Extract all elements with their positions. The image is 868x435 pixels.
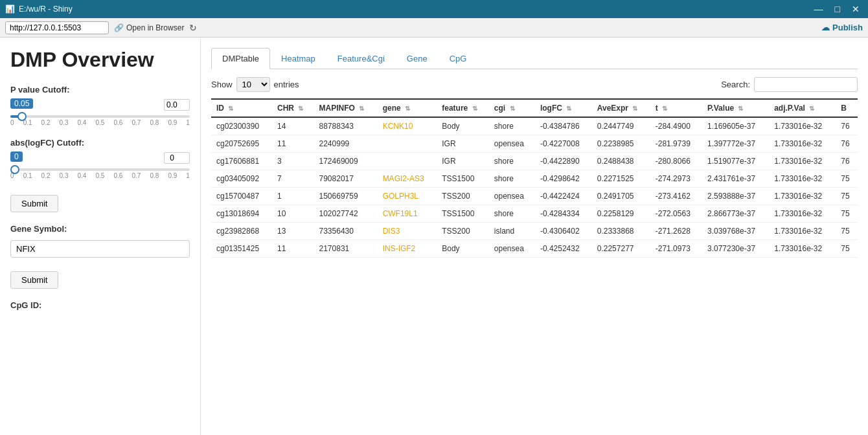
cell-gene: CWF19L1 — [378, 205, 437, 223]
col-adjpval[interactable]: adj.P.Val ⇅ — [769, 99, 836, 117]
table-row: cg157004871150669759GOLPH3LTSS200opensea… — [211, 188, 858, 205]
cell-adjpval: 1.733016e-32 — [769, 153, 836, 170]
gene-symbol-label: Gene Symbol: — [10, 224, 190, 234]
p-value-section: P value Cutoff: 0.05 0 0.1 0.2 0.3 0.4 0… — [10, 85, 190, 126]
search-input[interactable] — [754, 77, 858, 92]
cell-gene: KCNK10 — [378, 117, 437, 135]
cell-id: cg15700487 — [211, 188, 272, 205]
table-search-controls: Search: — [721, 77, 858, 92]
col-gene[interactable]: gene ⇅ — [378, 99, 437, 117]
tab-gene[interactable]: Gene — [396, 48, 439, 69]
search-label: Search: — [721, 80, 750, 89]
col-aveexpr[interactable]: AveExpr ⇅ — [592, 99, 650, 117]
refresh-button[interactable]: ↻ — [189, 23, 197, 33]
close-button[interactable]: ✕ — [849, 3, 863, 16]
minimize-button[interactable]: — — [811, 3, 827, 16]
abs-logfc-spinbox[interactable] — [164, 152, 190, 164]
cell-feature: TSS200 — [437, 223, 489, 240]
cell-aveexpr: 0.2447749 — [592, 117, 650, 135]
cell-b: 75 — [836, 240, 858, 258]
cell-aveexpr: 0.2333868 — [592, 223, 650, 240]
cell-feature: Body — [437, 240, 489, 258]
table-row: cg239828681373356430DIS3TSS200island-0.4… — [211, 223, 858, 240]
abs-logfc-thumb[interactable] — [10, 165, 19, 174]
cell-pvalue: 2.866773e-37 — [702, 205, 769, 223]
cell-mapinfo: 88788343 — [314, 117, 378, 135]
title-bar-left: 📊 E:/wu/R - Shiny — [5, 5, 73, 14]
cell-b: 76 — [836, 117, 858, 135]
cell-b: 75 — [836, 188, 858, 205]
cell-mapinfo: 2170831 — [314, 240, 378, 258]
col-id[interactable]: ID ⇅ — [211, 99, 272, 117]
show-label: Show — [211, 80, 233, 89]
cell-mapinfo: 150669759 — [314, 188, 378, 205]
cell-mapinfo: 73356430 — [314, 223, 378, 240]
cell-pvalue: 3.039768e-37 — [702, 223, 769, 240]
cell-aveexpr: 0.2491705 — [592, 188, 650, 205]
cell-adjpval: 1.733016e-32 — [769, 188, 836, 205]
table-row: cg1301869410102027742CWF19L1TSS1500shore… — [211, 205, 858, 223]
tab-cpg[interactable]: CpG — [439, 48, 478, 69]
table-controls: Show 10 25 50 100 entries Search: — [211, 77, 858, 92]
cell-chr: 11 — [272, 240, 314, 258]
cell-feature: IGR — [437, 153, 489, 170]
gene-symbol-input[interactable] — [10, 240, 190, 258]
cell-pvalue: 3.077230e-37 — [702, 240, 769, 258]
tab-dmptable[interactable]: DMPtable — [211, 48, 270, 69]
cell-adjpval: 1.733016e-32 — [769, 205, 836, 223]
col-chr[interactable]: CHR ⇅ — [272, 99, 314, 117]
url-input[interactable] — [5, 21, 109, 34]
abs-logfc-slider-container — [10, 168, 190, 171]
cell-pvalue: 1.397772e-37 — [702, 135, 769, 153]
cell-cgi: island — [489, 223, 535, 240]
cell-logfc: -0.4306402 — [535, 223, 592, 240]
submit1-section: Submit — [10, 191, 190, 212]
col-pvalue[interactable]: P.Value ⇅ — [702, 99, 769, 117]
cell-b: 76 — [836, 153, 858, 170]
p-value-track — [10, 115, 190, 118]
abs-logfc-section: abs(logFC) Cutoff: 0 0 0.1 0.2 0.3 0.4 0… — [10, 138, 190, 179]
show-entries-select[interactable]: 10 25 50 100 — [236, 77, 270, 92]
cell-feature: Body — [437, 117, 489, 135]
col-mapinfo[interactable]: MAPINFO ⇅ — [314, 99, 378, 117]
table-row: cg01351425112170831INS-IGF2Bodyopensea-0… — [211, 240, 858, 258]
col-logfc[interactable]: logFC ⇅ — [535, 99, 592, 117]
cell-feature: IGR — [437, 135, 489, 153]
browser-icon: 🔗 — [114, 23, 124, 32]
cell-aveexpr: 0.2488438 — [592, 153, 650, 170]
cell-logfc: -0.4384786 — [535, 117, 592, 135]
col-t[interactable]: t ⇅ — [650, 99, 702, 117]
cell-aveexpr: 0.2257277 — [592, 240, 650, 258]
cell-chr: 1 — [272, 188, 314, 205]
cell-chr: 10 — [272, 205, 314, 223]
cell-cgi: shore — [489, 205, 535, 223]
cell-logfc: -0.4422890 — [535, 153, 592, 170]
submit-button-2[interactable]: Submit — [10, 271, 58, 289]
cell-logfc: -0.4252432 — [535, 240, 592, 258]
p-value-display: 0.05 — [10, 98, 33, 109]
submit-button-1[interactable]: Submit — [10, 195, 58, 212]
abs-logfc-track — [10, 168, 190, 171]
open-browser-button[interactable]: 🔗 Open in Browser — [114, 23, 184, 32]
tab-featurecgi[interactable]: Feature&Cgi — [326, 48, 396, 69]
table-row: cg176068813172469009IGRshore-0.44228900.… — [211, 153, 858, 170]
maximize-button[interactable]: □ — [832, 3, 843, 16]
col-cgi[interactable]: cgi ⇅ — [489, 99, 535, 117]
cpg-id-label: CpG ID: — [10, 300, 190, 310]
cell-cgi: shore — [489, 117, 535, 135]
cell-b: 75 — [836, 170, 858, 188]
title-bar: 📊 E:/wu/R - Shiny — □ ✕ — [0, 0, 868, 18]
col-feature[interactable]: feature ⇅ — [437, 99, 489, 117]
p-value-thumb[interactable] — [17, 112, 27, 121]
cell-t: -271.2628 — [650, 223, 702, 240]
col-b[interactable]: B — [836, 99, 858, 117]
cell-adjpval: 1.733016e-32 — [769, 240, 836, 258]
publish-button[interactable]: ☁ Publish — [821, 23, 863, 32]
p-value-slider-container — [10, 115, 190, 118]
tab-heatmap[interactable]: Heatmap — [270, 48, 326, 69]
cell-gene: DIS3 — [378, 223, 437, 240]
p-value-spinbox[interactable] — [164, 99, 190, 111]
cell-cgi: shore — [489, 170, 535, 188]
cell-mapinfo: 102027742 — [314, 205, 378, 223]
title-bar-controls: — □ ✕ — [811, 3, 863, 16]
